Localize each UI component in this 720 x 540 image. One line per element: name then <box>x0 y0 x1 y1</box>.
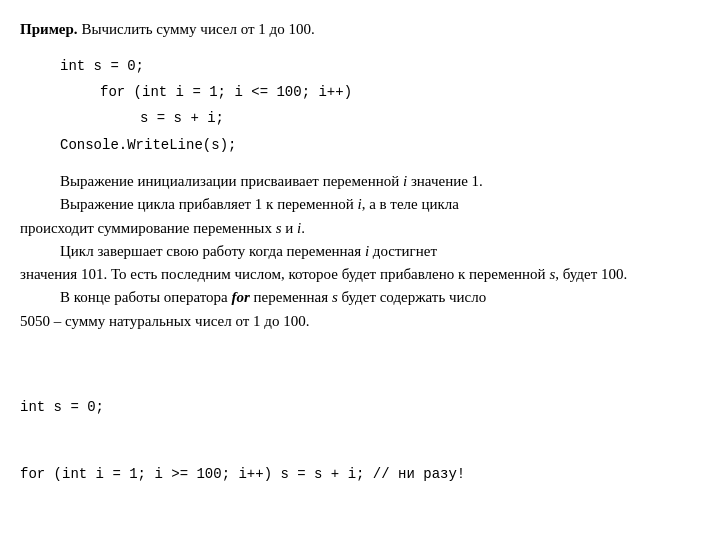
var-s-3: s <box>332 289 338 305</box>
explanation-para4-cont: 5050 – сумму натуральных чисел от 1 до 1… <box>20 310 700 333</box>
code-line-4: Console.WriteLine(s); <box>60 134 700 156</box>
code-line-2: for (int i = 1; i <= 100; i++) <box>100 81 700 103</box>
example-bold-label: Пример. <box>20 21 78 37</box>
var-i-1: i <box>403 173 407 189</box>
example-section: Пример. Вычислить сумму чисел от 1 до 10… <box>20 18 700 530</box>
bottom-code-line2: for (int i = 1; i >= 100; i++) s = s + i… <box>20 463 700 485</box>
explanation-para4: В конце работы оператора for переменная … <box>20 286 700 309</box>
example-header: Пример. Вычислить сумму чисел от 1 до 10… <box>20 18 700 41</box>
bottom-code-line1: int s = 0; <box>20 396 700 418</box>
keyword-for: for <box>231 289 249 305</box>
explanation-para1: Выражение инициализации присваивает пере… <box>20 170 700 193</box>
var-i-3: i <box>297 220 301 236</box>
code-line-1: int s = 0; <box>60 55 700 77</box>
explanation-section: Выражение инициализации присваивает пере… <box>20 170 700 333</box>
example-title-text: Вычислить сумму чисел от 1 до 100. <box>78 21 315 37</box>
main-code-block: int s = 0; for (int i = 1; i <= 100; i++… <box>20 55 700 157</box>
explanation-para3-cont1: значения 101. То есть последним числом, … <box>20 263 700 286</box>
explanation-para2: Выражение цикла прибавляет 1 к переменно… <box>20 193 700 216</box>
var-i-4: i <box>365 243 369 259</box>
explanation-para2-cont: происходит суммирование переменных s и i… <box>20 217 700 240</box>
bottom-code-section: int s = 0; for (int i = 1; i >= 100; i++… <box>20 351 700 530</box>
var-s-1: s <box>276 220 282 236</box>
var-s-2: s <box>549 266 555 282</box>
explanation-para3: Цикл завершает свою работу когда перемен… <box>20 240 700 263</box>
code-line-3: s = s + i; <box>140 107 700 129</box>
var-i-2: i <box>357 196 361 212</box>
